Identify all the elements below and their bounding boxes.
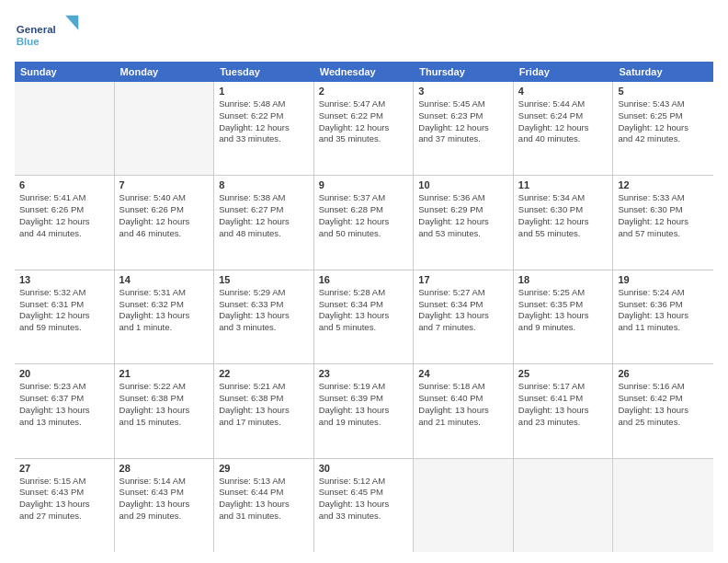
header-cell-monday: Monday xyxy=(115,62,215,82)
week-row-1: 1Sunrise: 5:48 AMSunset: 6:22 PMDaylight… xyxy=(15,82,713,176)
cal-cell: 29Sunrise: 5:13 AMSunset: 6:44 PMDayligh… xyxy=(214,459,314,552)
svg-marker-0 xyxy=(65,16,78,30)
cal-cell: 2Sunrise: 5:47 AMSunset: 6:22 PMDaylight… xyxy=(314,82,415,175)
cal-cell: 19Sunrise: 5:24 AMSunset: 6:36 PMDayligh… xyxy=(613,270,713,363)
cal-cell: 7Sunrise: 5:40 AMSunset: 6:26 PMDaylight… xyxy=(115,176,215,269)
day-number: 27 xyxy=(19,463,109,474)
day-number: 13 xyxy=(19,274,109,285)
cal-cell: 25Sunrise: 5:17 AMSunset: 6:41 PMDayligh… xyxy=(514,364,614,457)
cal-cell: 26Sunrise: 5:16 AMSunset: 6:42 PMDayligh… xyxy=(613,364,713,457)
day-number: 2 xyxy=(319,86,409,97)
header-cell-thursday: Thursday xyxy=(414,62,514,82)
day-number: 14 xyxy=(119,274,210,285)
day-number: 23 xyxy=(319,368,409,379)
day-info: Sunrise: 5:45 AMSunset: 6:23 PMDaylight:… xyxy=(418,98,508,145)
day-info: Sunrise: 5:14 AMSunset: 6:43 PMDaylight:… xyxy=(119,476,210,523)
day-number: 28 xyxy=(119,463,210,474)
cal-cell xyxy=(613,459,713,552)
day-info: Sunrise: 5:44 AMSunset: 6:24 PMDaylight:… xyxy=(518,98,609,145)
day-info: Sunrise: 5:38 AMSunset: 6:27 PMDaylight:… xyxy=(219,192,309,239)
week-row-5: 27Sunrise: 5:15 AMSunset: 6:43 PMDayligh… xyxy=(15,459,713,552)
logo-svg: General Blue xyxy=(15,11,88,52)
day-info: Sunrise: 5:29 AMSunset: 6:33 PMDaylight:… xyxy=(219,287,309,334)
day-info: Sunrise: 5:43 AMSunset: 6:25 PMDaylight:… xyxy=(618,98,709,145)
day-number: 12 xyxy=(618,179,709,190)
day-number: 4 xyxy=(518,86,609,97)
header: General Blue xyxy=(15,11,713,52)
cal-cell: 12Sunrise: 5:33 AMSunset: 6:30 PMDayligh… xyxy=(613,176,713,269)
day-number: 3 xyxy=(418,86,508,97)
calendar-body: 1Sunrise: 5:48 AMSunset: 6:22 PMDaylight… xyxy=(15,82,713,552)
day-number: 10 xyxy=(418,179,508,190)
svg-text:Blue: Blue xyxy=(17,36,40,47)
day-number: 16 xyxy=(319,274,409,285)
header-cell-sunday: Sunday xyxy=(15,62,115,82)
day-number: 6 xyxy=(19,179,109,190)
cal-cell: 9Sunrise: 5:37 AMSunset: 6:28 PMDaylight… xyxy=(314,176,415,269)
cal-cell xyxy=(15,82,115,175)
calendar: SundayMondayTuesdayWednesdayThursdayFrid… xyxy=(15,62,713,552)
day-number: 15 xyxy=(219,274,309,285)
day-number: 11 xyxy=(518,179,609,190)
day-info: Sunrise: 5:31 AMSunset: 6:32 PMDaylight:… xyxy=(119,287,210,334)
day-info: Sunrise: 5:19 AMSunset: 6:39 PMDaylight:… xyxy=(319,381,409,428)
cal-cell: 11Sunrise: 5:34 AMSunset: 6:30 PMDayligh… xyxy=(514,176,614,269)
day-number: 25 xyxy=(518,368,609,379)
day-info: Sunrise: 5:17 AMSunset: 6:41 PMDaylight:… xyxy=(518,381,609,428)
day-info: Sunrise: 5:18 AMSunset: 6:40 PMDaylight:… xyxy=(418,381,508,428)
day-info: Sunrise: 5:16 AMSunset: 6:42 PMDaylight:… xyxy=(618,381,709,428)
cal-cell: 21Sunrise: 5:22 AMSunset: 6:38 PMDayligh… xyxy=(115,364,215,457)
day-info: Sunrise: 5:37 AMSunset: 6:28 PMDaylight:… xyxy=(319,192,409,239)
day-number: 18 xyxy=(518,274,609,285)
week-row-2: 6Sunrise: 5:41 AMSunset: 6:26 PMDaylight… xyxy=(15,176,713,270)
cal-cell: 13Sunrise: 5:32 AMSunset: 6:31 PMDayligh… xyxy=(15,270,115,363)
day-number: 7 xyxy=(119,179,210,190)
cal-cell: 14Sunrise: 5:31 AMSunset: 6:32 PMDayligh… xyxy=(115,270,215,363)
calendar-header: SundayMondayTuesdayWednesdayThursdayFrid… xyxy=(15,62,713,82)
cal-cell: 30Sunrise: 5:12 AMSunset: 6:45 PMDayligh… xyxy=(314,459,415,552)
day-info: Sunrise: 5:22 AMSunset: 6:38 PMDaylight:… xyxy=(119,381,210,428)
cal-cell xyxy=(414,459,514,552)
day-info: Sunrise: 5:34 AMSunset: 6:30 PMDaylight:… xyxy=(518,192,609,239)
day-number: 9 xyxy=(319,179,409,190)
cal-cell: 3Sunrise: 5:45 AMSunset: 6:23 PMDaylight… xyxy=(414,82,514,175)
cal-cell: 8Sunrise: 5:38 AMSunset: 6:27 PMDaylight… xyxy=(214,176,314,269)
week-row-4: 20Sunrise: 5:23 AMSunset: 6:37 PMDayligh… xyxy=(15,364,713,458)
day-info: Sunrise: 5:32 AMSunset: 6:31 PMDaylight:… xyxy=(19,287,109,334)
day-info: Sunrise: 5:41 AMSunset: 6:26 PMDaylight:… xyxy=(19,192,109,239)
day-info: Sunrise: 5:13 AMSunset: 6:44 PMDaylight:… xyxy=(219,476,309,523)
day-info: Sunrise: 5:40 AMSunset: 6:26 PMDaylight:… xyxy=(119,192,210,239)
cal-cell: 24Sunrise: 5:18 AMSunset: 6:40 PMDayligh… xyxy=(414,364,514,457)
cal-cell: 6Sunrise: 5:41 AMSunset: 6:26 PMDaylight… xyxy=(15,176,115,269)
day-number: 17 xyxy=(418,274,508,285)
day-info: Sunrise: 5:36 AMSunset: 6:29 PMDaylight:… xyxy=(418,192,508,239)
day-number: 24 xyxy=(418,368,508,379)
page: General Blue SundayMondayTuesdayWednesda… xyxy=(0,0,728,563)
day-info: Sunrise: 5:47 AMSunset: 6:22 PMDaylight:… xyxy=(319,98,409,145)
cal-cell: 17Sunrise: 5:27 AMSunset: 6:34 PMDayligh… xyxy=(414,270,514,363)
day-number: 1 xyxy=(219,86,309,97)
cal-cell: 4Sunrise: 5:44 AMSunset: 6:24 PMDaylight… xyxy=(514,82,614,175)
svg-text:General: General xyxy=(17,24,56,35)
cal-cell xyxy=(115,82,215,175)
day-info: Sunrise: 5:12 AMSunset: 6:45 PMDaylight:… xyxy=(319,476,409,523)
header-cell-saturday: Saturday xyxy=(613,62,713,82)
cal-cell xyxy=(514,459,614,552)
cal-cell: 15Sunrise: 5:29 AMSunset: 6:33 PMDayligh… xyxy=(214,270,314,363)
day-number: 26 xyxy=(618,368,709,379)
week-row-3: 13Sunrise: 5:32 AMSunset: 6:31 PMDayligh… xyxy=(15,270,713,364)
cal-cell: 5Sunrise: 5:43 AMSunset: 6:25 PMDaylight… xyxy=(613,82,713,175)
day-number: 21 xyxy=(119,368,210,379)
day-number: 5 xyxy=(618,86,709,97)
cal-cell: 1Sunrise: 5:48 AMSunset: 6:22 PMDaylight… xyxy=(214,82,314,175)
header-cell-tuesday: Tuesday xyxy=(214,62,314,82)
day-number: 20 xyxy=(19,368,109,379)
day-info: Sunrise: 5:15 AMSunset: 6:43 PMDaylight:… xyxy=(19,476,109,523)
day-number: 30 xyxy=(319,463,409,474)
header-cell-wednesday: Wednesday xyxy=(314,62,415,82)
day-info: Sunrise: 5:28 AMSunset: 6:34 PMDaylight:… xyxy=(319,287,409,334)
day-number: 22 xyxy=(219,368,309,379)
day-info: Sunrise: 5:48 AMSunset: 6:22 PMDaylight:… xyxy=(219,98,309,145)
cal-cell: 27Sunrise: 5:15 AMSunset: 6:43 PMDayligh… xyxy=(15,459,115,552)
cal-cell: 10Sunrise: 5:36 AMSunset: 6:29 PMDayligh… xyxy=(414,176,514,269)
